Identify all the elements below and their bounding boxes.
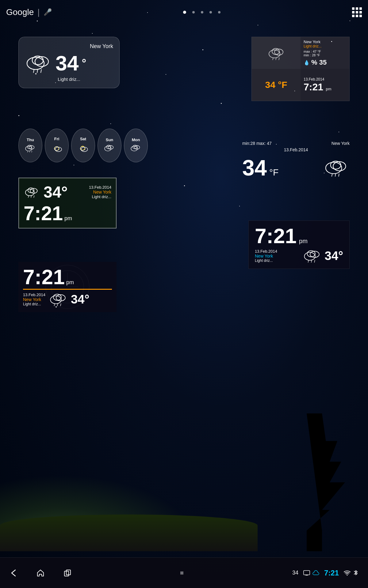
- nav-time: 7:21: [324, 569, 339, 577]
- page-dot-1[interactable]: [183, 11, 186, 14]
- connectivity-icons: [343, 569, 359, 577]
- page-indicator: [183, 11, 220, 14]
- home-icon: [36, 569, 45, 577]
- bluetooth-icon: [353, 569, 359, 577]
- google-logo[interactable]: Google | 🎤: [6, 7, 52, 17]
- status-number: 34: [292, 570, 298, 576]
- google-text: Google: [6, 7, 34, 17]
- status-icons: [303, 569, 320, 577]
- apps-grid-icon[interactable]: [352, 7, 362, 17]
- page-dot-3[interactable]: [201, 11, 203, 13]
- back-button[interactable]: [9, 569, 18, 577]
- page-dot-4[interactable]: [209, 11, 212, 13]
- header-divider: |: [37, 7, 40, 17]
- stars-decoration: [0, 0, 368, 412]
- page-dot-5[interactable]: [218, 11, 220, 13]
- screenshot-icon: [303, 569, 310, 577]
- wifi-icon: [343, 569, 351, 577]
- status-bar: 34 7:21: [292, 569, 359, 577]
- navigation-bar: 34 7:21: [0, 557, 368, 588]
- sync-icon: [312, 569, 320, 577]
- top-bar: Google | 🎤: [0, 0, 368, 24]
- recents-icon: [63, 569, 72, 577]
- mic-icon[interactable]: 🎤: [44, 8, 52, 16]
- recents-button[interactable]: [63, 569, 72, 577]
- back-icon: [9, 569, 18, 577]
- svg-point-64: [347, 575, 348, 575]
- nav-buttons: [9, 569, 72, 577]
- home-button[interactable]: [36, 569, 45, 577]
- svg-rect-63: [305, 575, 308, 575]
- landscape-decoration: [0, 398, 368, 551]
- page-dot-2[interactable]: [192, 11, 195, 13]
- svg-rect-62: [304, 571, 310, 575]
